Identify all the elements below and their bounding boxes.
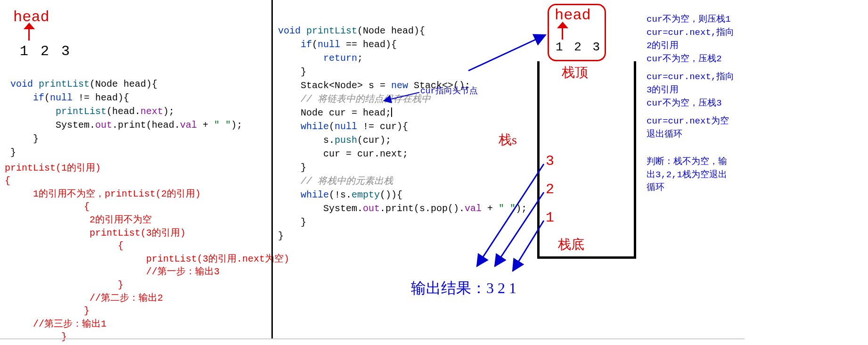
note-4: cur=cur.next,指向 3的引用: [647, 71, 734, 97]
svg-line-0: [384, 92, 419, 101]
svg-line-2: [477, 164, 544, 266]
recursive-code: void printList(Node head){ if(null != he…: [10, 64, 242, 159]
svg-line-4: [513, 221, 544, 271]
note-2: cur=cur.next,指向 2的引用: [647, 26, 734, 52]
arrows-svg: [274, 0, 651, 339]
list-nums-left: 1 2 3: [20, 43, 72, 59]
bottom-rule: [0, 338, 745, 339]
note-3: cur不为空，压栈2: [647, 53, 722, 66]
note-7: 判断：栈不为空，输 出3,2,1栈为空退出 循环: [647, 156, 727, 195]
divider: [271, 0, 273, 339]
note-6: cur=cur.next为空 退出循环: [647, 115, 729, 141]
svg-line-1: [468, 35, 546, 71]
left-panel: head 1 2 3 void printList(Node head){ if…: [0, 0, 271, 339]
note-5: cur不为空，压栈3: [647, 97, 722, 110]
recursion-trace: printList(1的引用) { 1的引用不为空，printList(2的引用…: [5, 148, 289, 345]
svg-line-3: [495, 192, 544, 266]
right-panel: void printList(Node head){ if(null == he…: [274, 0, 868, 339]
note-1: cur不为空，则压栈1: [647, 13, 731, 26]
